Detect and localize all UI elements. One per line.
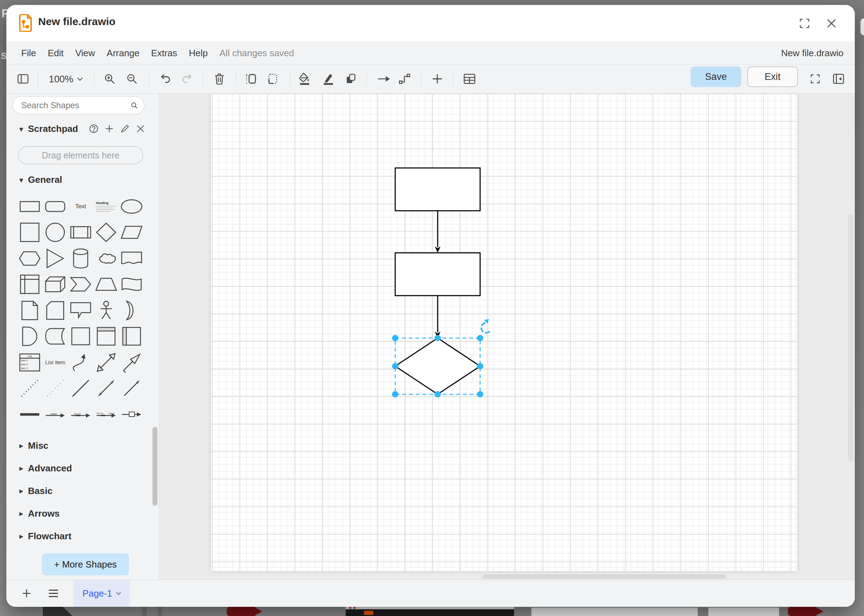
to-back-icon[interactable] bbox=[263, 70, 281, 88]
shape-tile-data-storage[interactable] bbox=[43, 325, 67, 348]
pages-menu-icon[interactable] bbox=[45, 585, 61, 602]
shape-tile-dotted-line[interactable] bbox=[18, 377, 42, 400]
shape-tile-internal-storage[interactable] bbox=[18, 273, 42, 296]
insert-icon[interactable] bbox=[428, 70, 447, 88]
sidebar-section-arrows[interactable]: ▸Arrows bbox=[6, 502, 159, 525]
flow-node-box-1[interactable] bbox=[395, 168, 480, 211]
zoom-in-icon[interactable] bbox=[101, 70, 119, 88]
shape-tile-actor[interactable] bbox=[94, 299, 118, 322]
selection-handle[interactable] bbox=[392, 391, 398, 398]
fill-color-icon[interactable] bbox=[296, 70, 314, 88]
zoom-dropdown[interactable]: 100% bbox=[49, 64, 83, 94]
menu-view[interactable]: View bbox=[76, 48, 95, 59]
shadow-icon[interactable] bbox=[342, 70, 360, 88]
shape-tile-card[interactable] bbox=[43, 299, 67, 322]
shape-tile-cube[interactable] bbox=[43, 273, 67, 296]
more-shapes-button[interactable]: + More Shapes bbox=[42, 553, 129, 575]
shape-tile-or[interactable] bbox=[120, 299, 144, 322]
sidebar-section-advanced[interactable]: ▸Advanced bbox=[6, 457, 159, 479]
shape-tile-rectangle[interactable] bbox=[18, 195, 42, 218]
window-fullscreen-icon[interactable] bbox=[797, 16, 812, 31]
undo-icon[interactable] bbox=[156, 70, 175, 88]
shape-tile-circle[interactable] bbox=[43, 221, 67, 244]
scratchpad-help-icon[interactable] bbox=[88, 123, 99, 134]
shape-tile-container[interactable] bbox=[69, 325, 93, 348]
shape-tile-rounded-rectangle[interactable] bbox=[43, 195, 67, 218]
scratchpad-close-icon[interactable] bbox=[135, 123, 146, 134]
scratchpad-dropzone[interactable]: Drag elements here bbox=[18, 146, 143, 165]
shape-tile-directional-connector[interactable] bbox=[120, 377, 144, 400]
selection-handle[interactable] bbox=[477, 335, 483, 341]
line-color-icon[interactable] bbox=[319, 70, 338, 88]
canvas-horizontal-scrollbar[interactable] bbox=[483, 574, 726, 579]
sidebar-scrollbar[interactable] bbox=[153, 427, 157, 506]
shape-tile-bidirectional-arrow[interactable] bbox=[94, 351, 118, 374]
shape-tile-dashed-line[interactable] bbox=[43, 377, 67, 400]
arrow-icon[interactable] bbox=[375, 70, 393, 88]
fullscreen-icon[interactable] bbox=[806, 70, 825, 88]
selection-handle[interactable] bbox=[477, 391, 483, 398]
shape-tile-and[interactable] bbox=[18, 325, 42, 348]
shape-tile-callout[interactable] bbox=[69, 299, 93, 322]
shape-tile-list-item[interactable]: List Item bbox=[43, 351, 67, 374]
flow-node-decision-1[interactable] bbox=[395, 338, 480, 394]
save-button[interactable]: Save bbox=[691, 66, 741, 87]
search-input[interactable] bbox=[21, 101, 131, 110]
shape-tile-label-arrow[interactable]: Label bbox=[43, 403, 67, 426]
drawing-page[interactable] bbox=[211, 94, 797, 571]
scratchpad-add-icon[interactable] bbox=[104, 123, 115, 134]
shape-tile-hexagon[interactable] bbox=[18, 247, 42, 270]
shape-tile-bidirectional-connector[interactable] bbox=[94, 377, 118, 400]
shape-tile-cylinder[interactable] bbox=[69, 247, 93, 270]
menu-extras[interactable]: Extras bbox=[151, 48, 177, 59]
shape-tile-line[interactable] bbox=[69, 377, 93, 400]
page-tab[interactable]: Page-1 bbox=[74, 580, 130, 607]
menu-help[interactable]: Help bbox=[189, 48, 208, 59]
shape-tile-square[interactable] bbox=[18, 221, 42, 244]
shape-tile-note[interactable] bbox=[18, 299, 42, 322]
shape-tile-vertical-container[interactable] bbox=[94, 325, 118, 348]
menu-edit[interactable]: Edit bbox=[48, 48, 64, 59]
collapse-panel-icon[interactable] bbox=[829, 70, 848, 88]
sidebar-section-basic[interactable]: ▸Basic bbox=[6, 479, 159, 502]
shape-tile-trapezoid[interactable] bbox=[94, 273, 118, 296]
shape-tile-parallelogram[interactable] bbox=[120, 221, 144, 244]
to-front-icon[interactable] bbox=[242, 70, 260, 88]
shape-tile-text[interactable]: Text bbox=[69, 195, 93, 218]
shape-tile-ellipse[interactable] bbox=[120, 195, 144, 218]
menu-arrange[interactable]: Arrange bbox=[107, 48, 140, 59]
connector-icon[interactable] bbox=[395, 70, 414, 88]
shape-tile-step[interactable] bbox=[69, 273, 93, 296]
redo-icon[interactable] bbox=[178, 70, 197, 88]
shape-tile-source-arrow[interactable]: Source bbox=[69, 403, 93, 426]
rotate-handle-icon[interactable] bbox=[481, 319, 489, 333]
selection-handle[interactable] bbox=[477, 363, 483, 369]
flow-node-box-2[interactable] bbox=[395, 253, 480, 295]
shape-tile-triangle[interactable] bbox=[43, 247, 67, 270]
shape-tile-diamond[interactable] bbox=[94, 221, 118, 244]
sidebar-section-misc[interactable]: ▸Misc bbox=[6, 434, 159, 457]
shape-tile-diagonal-arrow[interactable] bbox=[120, 351, 144, 374]
selection-handle[interactable] bbox=[392, 363, 398, 369]
shape-tile-curve[interactable] bbox=[69, 351, 93, 374]
selection-handle[interactable] bbox=[434, 335, 441, 341]
shape-tile-horizontal-container[interactable] bbox=[120, 325, 144, 348]
exit-button[interactable]: Exit bbox=[747, 66, 798, 87]
canvas-vertical-scrollbar[interactable] bbox=[848, 214, 853, 462]
general-section-header[interactable]: ▾ General bbox=[19, 174, 62, 185]
delete-icon[interactable] bbox=[210, 70, 228, 88]
selection-handle[interactable] bbox=[434, 391, 441, 398]
shape-tile-list[interactable]: ListItem 1Item 2Item 3 bbox=[18, 351, 42, 374]
sidebar-section-flowchart[interactable]: ▸Flowchart bbox=[6, 525, 159, 547]
table-icon[interactable] bbox=[460, 70, 479, 88]
shape-tile-textbox[interactable]: Heading bbox=[94, 195, 118, 218]
shape-tile-source-target-arrow[interactable]: SourceTarget bbox=[94, 403, 118, 426]
menu-file[interactable]: File bbox=[21, 48, 36, 59]
sidebar-toggle-icon[interactable] bbox=[14, 70, 32, 88]
shape-tile-process[interactable] bbox=[69, 221, 93, 244]
shape-tile-cloud[interactable] bbox=[94, 247, 118, 270]
window-close-icon[interactable] bbox=[824, 16, 839, 31]
selection-handle[interactable] bbox=[392, 335, 398, 341]
shape-tile-arrow-box[interactable] bbox=[120, 403, 144, 426]
add-page-icon[interactable] bbox=[18, 585, 35, 602]
